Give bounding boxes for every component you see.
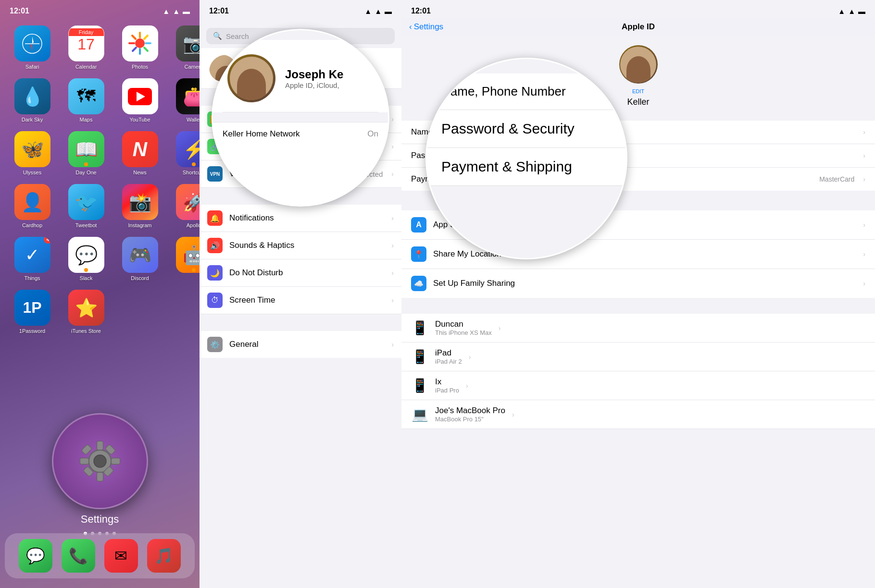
svg-marker-2 xyxy=(31,44,32,51)
dock-spark[interactable]: ✉ xyxy=(104,539,138,573)
settings-sounds[interactable]: 🔊 Sounds & Haptics › xyxy=(200,232,401,259)
app-calendar[interactable]: Friday 17 Calendar xyxy=(64,25,108,70)
notifications-icon: 🔔 xyxy=(210,214,220,223)
appleid-location-item[interactable]: 📍 Share My Location › xyxy=(401,240,875,269)
home-time: 12:01 xyxy=(10,7,29,15)
app-cardhop[interactable]: 👤 Cardhop xyxy=(11,184,54,228)
app-camera[interactable]: 📷 Camera xyxy=(172,25,200,70)
app-darksky[interactable]: 💧 Dark Sky xyxy=(11,78,54,122)
settings-panel: 12:01 ▲ ▲ ▬ Joseph Ke Apple ID, iCloud, xyxy=(200,0,401,588)
things-badge: 4 xyxy=(44,237,50,244)
edit-label[interactable]: EDIT xyxy=(632,88,644,94)
device-ix-info: Ix iPad Pro xyxy=(435,377,459,394)
home-screen-panel: 12:01 ▲ ▲ ▬ Safari Friday 17 Calendar xyxy=(0,0,200,588)
battery-icon: ▬ xyxy=(183,7,190,15)
dock-music[interactable]: 🎵 xyxy=(147,539,181,573)
home-status-bar: 12:01 ▲ ▲ ▬ xyxy=(0,0,200,18)
app-empty1 xyxy=(118,290,162,334)
shortcuts-dot xyxy=(192,162,196,166)
app-ulysses[interactable]: 🦋 Ulysses xyxy=(11,131,54,175)
app-dayone-label: Day One xyxy=(75,170,96,175)
device-ipad[interactable]: 📱 iPad iPad Air 2 › xyxy=(401,343,875,371)
appleid-family-item[interactable]: ☁️ Set Up Family Sharing › xyxy=(401,269,875,298)
app-photos-label: Photos xyxy=(132,64,148,70)
appleid-time: 12:01 xyxy=(411,7,431,15)
app-things[interactable]: ✓ 4 Things xyxy=(11,237,54,281)
app-shortcuts[interactable]: ⚡ Shortcuts xyxy=(172,131,200,175)
device-ipad-icon: 📱 xyxy=(411,349,428,365)
settings-overlay[interactable]: Settings xyxy=(52,413,148,526)
device-duncan-model: This iPhone XS Max xyxy=(435,329,492,336)
app-wallet[interactable]: 👛 Wallet xyxy=(172,78,200,122)
svg-rect-17 xyxy=(80,458,88,465)
svg-point-14 xyxy=(94,455,106,467)
settings-screentime[interactable]: ⏱ Screen Time › xyxy=(200,287,401,314)
appleid-nav-bar: ‹ Settings Apple ID xyxy=(401,18,875,36)
settings-icon-circle[interactable] xyxy=(52,413,148,509)
dnd-label: Do Not Disturb xyxy=(229,268,385,278)
chevron-icon: › xyxy=(863,250,865,258)
app-maps[interactable]: 🗺 Maps xyxy=(64,78,108,122)
device-ix-name: Ix xyxy=(435,377,459,387)
family-icon-sym: ☁️ xyxy=(414,279,424,288)
home-dock: 💬 📞 ✉ 🎵 xyxy=(5,533,195,578)
notifications-label: Notifications xyxy=(229,213,385,223)
chevron-icon: › xyxy=(391,214,394,222)
app-dayone[interactable]: 📖 Day One xyxy=(64,131,108,175)
profile-avatar-large xyxy=(227,54,275,102)
settings-magnifier: Joseph Ke Apple ID, iCloud, Keller Home … xyxy=(212,29,389,207)
app-tweetbot[interactable]: 🐦 Tweetbot xyxy=(64,184,108,228)
device-ipad-model: iPad Air 2 xyxy=(435,358,462,365)
app-news[interactable]: N News xyxy=(118,131,162,175)
appleid-avatar xyxy=(619,45,658,84)
devices-list: 📱 Duncan This iPhone XS Max › 📱 iPad iPa… xyxy=(401,314,875,429)
dock-phone[interactable]: 📞 xyxy=(62,539,95,573)
dock-messages[interactable]: 💬 xyxy=(19,539,52,573)
app-instagram[interactable]: 📸 Instagram xyxy=(118,184,162,228)
search-placeholder: Search xyxy=(226,32,249,40)
device-macbook-icon: 💻 xyxy=(411,406,428,422)
location-icon: ▲ xyxy=(364,7,372,15)
app-things-label: Things xyxy=(24,275,40,281)
wifi-icon: ▲ xyxy=(848,7,855,15)
app-safari[interactable]: Safari xyxy=(11,25,54,70)
family-label: Set Up Family Sharing xyxy=(433,279,856,288)
section-gap-3 xyxy=(200,314,401,331)
settings-big-label: Settings xyxy=(81,513,119,526)
dnd-icon: 🌙 xyxy=(210,269,220,278)
battery-icon: ▬ xyxy=(858,7,865,15)
settings-notifications[interactable]: 🔔 Notifications › xyxy=(200,205,401,232)
app-apollo[interactable]: 🚀 Apollo xyxy=(172,184,200,228)
settings-general[interactable]: ⚙️ General › xyxy=(200,331,401,358)
svg-rect-18 xyxy=(111,458,120,465)
device-duncan[interactable]: 📱 Duncan This iPhone XS Max › xyxy=(401,314,875,343)
general-icon-wrap: ⚙️ xyxy=(207,337,223,352)
settings-dnd[interactable]: 🌙 Do Not Disturb › xyxy=(200,259,401,287)
wifi-value: On xyxy=(367,129,378,139)
nav-back-button[interactable]: ‹ Settings xyxy=(409,22,443,32)
svg-point-4 xyxy=(135,38,145,48)
sounds-icon: 🔊 xyxy=(210,241,220,250)
app-photos[interactable]: Photos xyxy=(118,25,162,70)
app-1password[interactable]: 1P 1Password xyxy=(11,290,54,334)
settings-gear-icon xyxy=(69,430,131,492)
device-duncan-name: Duncan xyxy=(435,319,492,329)
app-wallet-label: Wallet xyxy=(187,117,200,122)
svg-rect-15 xyxy=(97,441,103,450)
app-darksky-label: Dark Sky xyxy=(22,117,43,122)
chevron-icon: › xyxy=(391,115,394,123)
app-safari-label: Safari xyxy=(25,64,39,70)
app-discord[interactable]: 🎮 Discord xyxy=(118,237,162,281)
appstore-icon-letter: A xyxy=(416,220,422,229)
appleid-panel: 12:01 ▲ ▲ ▬ ‹ Settings Apple ID Name, Ph… xyxy=(401,0,875,588)
device-ix[interactable]: 📱 Ix iPad Pro › xyxy=(401,371,875,400)
app-robot[interactable]: 🤖 xyxy=(172,237,200,281)
wifi-icon: ▲ xyxy=(173,7,180,15)
app-slack[interactable]: 💬 Slack xyxy=(64,237,108,281)
app-itunesstore[interactable]: ⭐ iTunes Store xyxy=(64,290,108,334)
chevron-icon: › xyxy=(391,269,394,277)
app-youtube[interactable]: YouTube xyxy=(118,78,162,122)
location-icon-sym: 📍 xyxy=(414,250,424,259)
wifi-row: Keller Home Network On xyxy=(213,122,388,146)
device-macbook[interactable]: 💻 Joe's MacBook Pro MacBook Pro 15" › xyxy=(401,400,875,429)
